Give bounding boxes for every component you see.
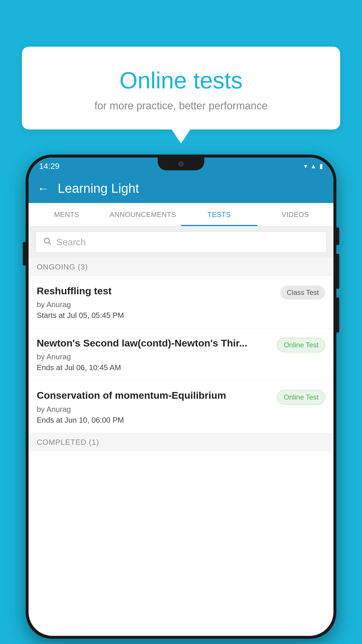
back-button[interactable]: ← — [37, 182, 49, 195]
bubble-subtitle: for more practice, better performance — [39, 100, 323, 112]
svg-point-0 — [44, 238, 50, 243]
bubble-title: Online tests — [39, 67, 323, 94]
badge-online-test-2: Online Test — [277, 338, 325, 352]
test-item-2[interactable]: Newton's Second law(contd)-Newton's Thir… — [29, 328, 333, 381]
tabs-bar: MENTS ANNOUNCEMENTS TESTS VIDEOS — [29, 203, 333, 226]
volume-down-button — [336, 298, 339, 332]
app-title: Learning Light — [58, 181, 139, 196]
volume-button — [23, 242, 26, 265]
test-date-2: Ends at Jul 06, 10:45 AM — [37, 363, 272, 372]
svg-line-1 — [49, 243, 51, 244]
search-icon — [43, 237, 52, 248]
phone-outer: 14:29 ▾ ▲ ▮ ← Learning Light MENTS ANNOU… — [26, 155, 336, 639]
test-date-1: Starts at Jul 05, 05:45 PM — [37, 311, 276, 320]
completed-section-header: COMPLETED (1) — [29, 433, 333, 452]
ongoing-label: ONGOING (3) — [37, 262, 88, 271]
test-info-3: Conservation of momentum-Equilibrium by … — [37, 389, 272, 424]
volume-up-button — [336, 254, 339, 289]
phone-container: 14:29 ▾ ▲ ▮ ← Learning Light MENTS ANNOU… — [26, 155, 336, 639]
test-name-3: Conservation of momentum-Equilibrium — [37, 389, 272, 402]
power-button — [336, 228, 339, 245]
phone-screen: 14:29 ▾ ▲ ▮ ← Learning Light MENTS ANNOU… — [29, 158, 333, 636]
tab-videos[interactable]: VIDEOS — [257, 203, 334, 226]
test-name-2: Newton's Second law(contd)-Newton's Thir… — [37, 337, 272, 349]
tab-tests[interactable]: TESTS — [181, 203, 257, 226]
test-author-2: by Anurag — [37, 352, 272, 361]
ongoing-section-header: ONGOING (3) — [29, 258, 333, 276]
battery-icon: ▮ — [319, 162, 323, 170]
test-item-1[interactable]: Reshuffling test by Anurag Starts at Jul… — [29, 276, 333, 328]
tab-announcements[interactable]: ANNOUNCEMENTS — [105, 203, 181, 226]
test-date-3: Ends at Jun 10, 06:00 PM — [37, 416, 272, 425]
search-placeholder: Search — [56, 237, 86, 248]
speech-bubble-container: Online tests for more practice, better p… — [22, 47, 340, 130]
search-container: Search — [29, 226, 333, 258]
completed-label: COMPLETED (1) — [37, 438, 99, 447]
app-bar: ← Learning Light — [29, 174, 333, 203]
tab-ments[interactable]: MENTS — [29, 203, 105, 226]
phone-notch — [158, 158, 204, 170]
speech-bubble: Online tests for more practice, better p… — [22, 47, 340, 130]
test-author-3: by Anurag — [37, 405, 272, 414]
test-name-1: Reshuffling test — [37, 284, 276, 297]
test-info-1: Reshuffling test by Anurag Starts at Jul… — [37, 284, 276, 320]
status-time: 14:29 — [39, 162, 59, 171]
signal-icon: ▲ — [310, 162, 317, 170]
test-author-1: by Anurag — [37, 300, 276, 309]
search-box[interactable]: Search — [36, 232, 326, 253]
badge-class-test-1: Class Test — [280, 286, 325, 300]
status-icons: ▾ ▲ ▮ — [304, 162, 323, 170]
front-camera — [178, 161, 184, 167]
badge-online-test-3: Online Test — [277, 390, 325, 405]
test-item-3[interactable]: Conservation of momentum-Equilibrium by … — [29, 381, 333, 433]
wifi-icon: ▾ — [304, 162, 307, 170]
test-list: Reshuffling test by Anurag Starts at Jul… — [29, 276, 333, 433]
test-info-2: Newton's Second law(contd)-Newton's Thir… — [37, 337, 272, 372]
